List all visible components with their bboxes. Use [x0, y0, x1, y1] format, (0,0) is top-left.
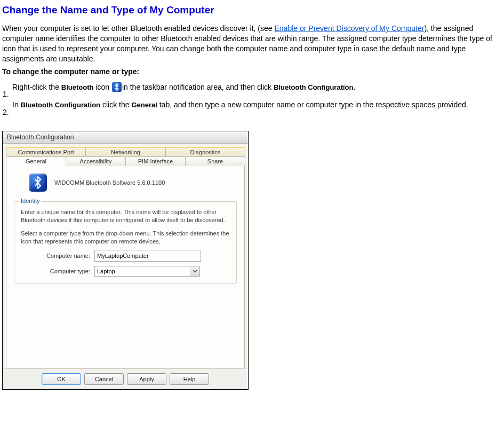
chevron-down-icon[interactable] — [190, 266, 199, 276]
bluetooth-configuration-label: Bluetooth Configuration — [21, 101, 100, 109]
tab-share[interactable]: Share — [185, 156, 245, 166]
step-text: in the taskbar notification area, and th… — [122, 83, 274, 91]
apply-button[interactable]: Apply — [127, 373, 166, 385]
identity-groupbox: Identity Enter a unique name for this co… — [14, 201, 237, 283]
computer-name-label: Computer name: — [21, 253, 90, 259]
tab-strip: Communications Port Networking Diagnosti… — [3, 144, 248, 368]
bluetooth-configuration-label: Bluetooth Configuration — [274, 83, 353, 91]
step-1-text: Right-click the Bluetooth icon in the ta… — [12, 81, 502, 99]
identity-help-1: Enter a unique name for this computer. T… — [21, 208, 230, 224]
cancel-button[interactable]: Cancel — [84, 373, 124, 385]
computer-type-select[interactable]: Laptop — [94, 266, 200, 277]
intro-paragraph: When your computer is set to let other B… — [2, 23, 502, 64]
bluetooth-logo-icon — [29, 174, 47, 192]
step-2-text: In Bluetooth Configuration click the Gen… — [12, 99, 502, 117]
step-text: . — [353, 83, 355, 91]
software-version-label: WIDCOMM Bluetooth Software 5.6.0.1100 — [54, 179, 165, 186]
general-tab-label: General — [131, 101, 157, 109]
enable-discovery-link[interactable]: Enable or Prevent Discovery of My Comput… — [275, 24, 425, 33]
tab-pim-interface[interactable]: PIM Interface — [125, 156, 186, 166]
ok-button[interactable]: OK — [42, 373, 81, 385]
step-text: Right-click the — [12, 83, 61, 91]
step-text: icon — [93, 83, 111, 91]
step-number: 1. — [2, 81, 12, 99]
identity-legend: Identity — [19, 198, 42, 204]
computer-type-value: Laptop — [97, 268, 115, 274]
intro-text-before: When your computer is set to let other B… — [2, 24, 275, 33]
step-number: 2. — [2, 99, 12, 117]
tab-communications-port[interactable]: Communications Port — [6, 147, 86, 156]
step-text: click the — [100, 100, 131, 109]
dialog-button-bar: OK Cancel Apply Help — [3, 368, 248, 389]
tab-diagnostics[interactable]: Diagnostics — [165, 147, 245, 156]
tab-networking[interactable]: Networking — [85, 147, 165, 156]
bluetooth-configuration-dialog: Bluetooth Configuration Communications P… — [2, 131, 249, 390]
tab-general[interactable]: General — [6, 156, 66, 166]
tab-accessibility[interactable]: Accessibility — [66, 156, 126, 166]
bluetooth-tray-icon — [112, 82, 122, 92]
general-tab-panel: WIDCOMM Bluetooth Software 5.6.0.1100 Id… — [6, 166, 245, 368]
steps-list: 1. Right-click the Bluetooth icon in the… — [2, 81, 502, 117]
step-text: In — [12, 100, 21, 109]
bluetooth-label: Bluetooth — [61, 83, 94, 91]
page-title: Change the Name and Type of My Computer — [2, 4, 502, 16]
procedure-heading: To change the computer name or type: — [2, 67, 502, 76]
computer-name-input[interactable] — [94, 250, 201, 262]
identity-help-2: Select a computer type from the drop-dow… — [21, 230, 230, 246]
computer-type-label: Computer type: — [21, 268, 90, 274]
dialog-titlebar: Bluetooth Configuration — [3, 131, 248, 144]
help-button[interactable]: Help — [170, 373, 209, 385]
step-text: tab, and then type a new computer name o… — [157, 100, 468, 109]
